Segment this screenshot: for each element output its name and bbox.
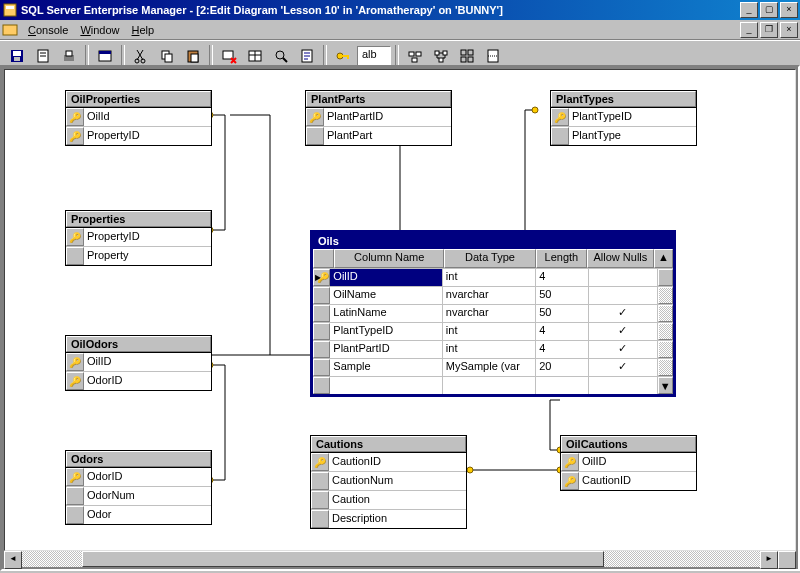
mdi-icon[interactable]: [2, 22, 18, 38]
svg-line-24: [283, 58, 287, 62]
app-icon: [2, 2, 18, 18]
mdi-close-button[interactable]: ×: [780, 22, 798, 38]
svg-rect-0: [4, 4, 16, 16]
svg-rect-32: [435, 51, 439, 55]
svg-point-23: [276, 51, 284, 59]
svg-rect-5: [14, 57, 20, 61]
minimize-button[interactable]: _: [740, 2, 758, 18]
menu-window[interactable]: Window: [74, 22, 125, 38]
svg-rect-34: [439, 58, 443, 62]
menubar: Console Window Help _ ❐ ×: [0, 20, 800, 40]
diagram-canvas[interactable]: OilProperties 🔑OilId 🔑PropertyID Propert…: [4, 69, 796, 72]
svg-rect-16: [165, 54, 172, 62]
relationship-lines: [5, 70, 785, 72]
app-titlebar: SQL Server Enterprise Manager - [2:Edit …: [0, 0, 800, 20]
app-title: SQL Server Enterprise Manager - [2:Edit …: [21, 4, 740, 16]
svg-rect-28: [347, 55, 349, 59]
mdi-restore-button[interactable]: ❐: [760, 22, 778, 38]
svg-rect-10: [66, 51, 72, 56]
svg-rect-30: [416, 52, 421, 56]
annotation-text[interactable]: alb: [357, 46, 391, 66]
svg-rect-2: [3, 25, 17, 35]
svg-rect-1: [6, 6, 14, 9]
svg-rect-33: [443, 51, 447, 55]
svg-rect-35: [461, 50, 466, 55]
svg-rect-29: [409, 52, 414, 56]
svg-rect-12: [99, 51, 111, 54]
menu-help[interactable]: Help: [126, 22, 161, 38]
maximize-button[interactable]: ▢: [760, 2, 778, 18]
close-button[interactable]: ×: [780, 2, 798, 18]
svg-rect-18: [191, 54, 198, 62]
svg-rect-31: [412, 58, 417, 62]
svg-rect-38: [468, 57, 473, 62]
svg-rect-37: [461, 57, 466, 62]
svg-rect-36: [468, 50, 473, 55]
svg-rect-4: [13, 51, 21, 56]
menu-console[interactable]: Console: [22, 22, 74, 38]
mdi-minimize-button[interactable]: _: [740, 22, 758, 38]
